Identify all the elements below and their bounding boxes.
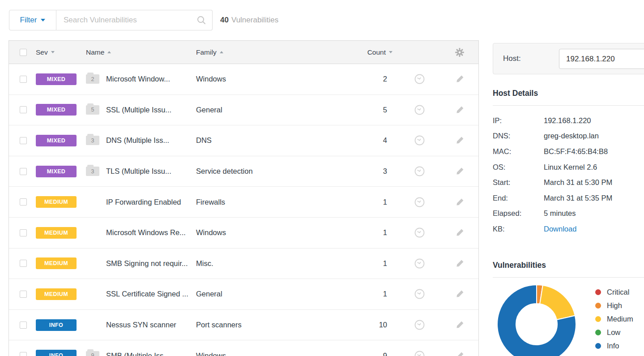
host-select[interactable]: 192.168.1.220 [559, 49, 644, 69]
detail-value: March 31 at 5:30 PM [544, 178, 612, 187]
snooze-clock-icon[interactable] [414, 227, 425, 238]
snooze-clock-icon[interactable] [414, 135, 425, 146]
row-checkbox[interactable] [20, 229, 27, 236]
row-checkbox[interactable] [20, 137, 27, 144]
row-checkbox[interactable] [20, 322, 27, 329]
row-checkbox[interactable] [20, 106, 27, 113]
legend-dot [595, 289, 601, 295]
vulnerability-count: 40 Vulnerabilities [220, 10, 278, 30]
host-details-list: IP:192.168.1.220DNS:greg-desktop.lanMAC:… [493, 113, 644, 237]
row-checkbox[interactable] [20, 352, 27, 356]
legend-dot [595, 316, 601, 322]
edit-pencil-icon[interactable] [455, 105, 465, 115]
search-icon [196, 15, 206, 25]
snooze-clock-icon[interactable] [414, 104, 425, 116]
detail-label: End: [493, 194, 544, 202]
detail-value: BC:5F:F4:65:B4:B8 [544, 147, 608, 156]
vulnerability-name[interactable]: Microsoft Window... [106, 75, 170, 83]
table-row[interactable]: INFO 9 SMB (Multiple Iss... Windows 9 [9, 340, 478, 356]
row-checkbox[interactable] [20, 198, 27, 206]
severity-badge: INFO [36, 319, 77, 331]
detail-label: MAC: [493, 147, 544, 156]
legend-label: Medium [607, 315, 633, 323]
search-box [56, 10, 213, 30]
snooze-clock-icon[interactable] [414, 166, 425, 177]
row-checkbox[interactable] [20, 291, 27, 298]
severity-badge: MIXED [36, 104, 77, 116]
row-checkbox[interactable] [20, 260, 27, 267]
legend-item-info[interactable]: Info [595, 339, 633, 352]
vulnerability-name[interactable]: DNS (Multiple Iss... [106, 136, 169, 145]
select-all-checkbox[interactable] [20, 49, 27, 56]
snooze-clock-icon[interactable] [414, 258, 425, 269]
table-row[interactable]: MIXED 3 TLS (Multiple Issu... Service de… [9, 156, 478, 187]
legend-label: Info [607, 342, 619, 350]
table-row[interactable]: MIXED 5 SSL (Multiple Issu... General 5 [9, 95, 478, 126]
vulnerability-name[interactable]: SSL (Multiple Issu... [106, 106, 171, 114]
family-name: Firewalls [196, 198, 344, 206]
row-checkbox[interactable] [20, 168, 27, 175]
count-value: 1 [344, 198, 398, 206]
folder-icon[interactable]: 9 [86, 351, 99, 356]
table-row[interactable]: MEDIUM Microsoft Windows Re... Windows 1 [9, 218, 478, 249]
legend-item-medium[interactable]: Medium [595, 312, 633, 326]
detail-value: March 31 at 5:35 PM [544, 194, 612, 202]
edit-pencil-icon[interactable] [455, 228, 465, 237]
vulnerability-name[interactable]: SMB Signing not requir... [106, 259, 188, 268]
vulnerabilities-table: Sev Name Family Count [9, 40, 479, 356]
edit-pencil-icon[interactable] [455, 351, 465, 356]
vulnerability-name[interactable]: Microsoft Windows Re... [106, 228, 186, 237]
legend-dot [595, 330, 601, 335]
filter-button[interactable]: Filter [9, 10, 56, 30]
edit-pencil-icon[interactable] [455, 320, 465, 330]
gear-icon[interactable] [455, 47, 465, 57]
table-row[interactable]: MEDIUM IP Forwarding Enabled Firewalls 1 [9, 187, 478, 218]
table-row[interactable]: INFO Nessus SYN scanner Port scanners 10 [9, 310, 478, 341]
table-row[interactable]: MEDIUM SMB Signing not requir... Misc. 1 [9, 249, 478, 279]
folder-icon[interactable]: 3 [86, 136, 99, 145]
snooze-clock-icon[interactable] [414, 197, 425, 208]
edit-pencil-icon[interactable] [455, 167, 465, 176]
vulnerability-count-label: Vulnerabilities [231, 16, 278, 25]
table-row[interactable]: MIXED 2 Microsoft Window... Windows 2 [9, 64, 478, 95]
kb-download-link[interactable]: Download [544, 225, 576, 233]
legend-item-low[interactable]: Low [595, 326, 633, 339]
legend-item-critical[interactable]: Critical [595, 285, 633, 299]
column-header-family-label: Family [196, 48, 217, 56]
row-checkbox[interactable] [20, 76, 27, 83]
edit-pencil-icon[interactable] [455, 289, 465, 299]
search-input[interactable] [56, 10, 213, 30]
table-row[interactable]: MEDIUM SSL Certificate Signed ... Genera… [9, 279, 478, 310]
snooze-clock-icon[interactable] [414, 319, 425, 330]
vulnerability-name[interactable]: Nessus SYN scanner [106, 321, 176, 329]
column-header-family[interactable]: Family [196, 48, 344, 56]
vulnerability-name[interactable]: SMB (Multiple Iss... [106, 352, 170, 356]
vulnerabilities-donut-chart[interactable] [494, 281, 580, 356]
family-name: Windows [196, 228, 344, 237]
legend-dot [595, 343, 601, 349]
host-label: Host: [503, 54, 521, 63]
edit-pencil-icon[interactable] [455, 197, 465, 207]
family-name: Misc. [196, 259, 344, 268]
detail-value: 192.168.1.220 [544, 116, 591, 125]
folder-icon[interactable]: 2 [86, 74, 99, 84]
snooze-clock-icon[interactable] [414, 350, 425, 356]
table-row[interactable]: MIXED 3 DNS (Multiple Iss... DNS 4 [9, 125, 478, 156]
table-body: MIXED 2 Microsoft Window... Windows 2 MI… [9, 64, 478, 356]
vulnerability-name[interactable]: TLS (Multiple Issu... [106, 167, 171, 176]
snooze-clock-icon[interactable] [414, 288, 425, 300]
vulnerability-count-value: 40 [220, 16, 229, 25]
vulnerability-name[interactable]: SSL Certificate Signed ... [106, 290, 188, 298]
edit-pencil-icon[interactable] [455, 259, 465, 268]
folder-icon[interactable]: 3 [86, 167, 99, 176]
edit-pencil-icon[interactable] [455, 136, 465, 145]
column-header-count[interactable]: Count [344, 48, 398, 56]
donut-slice-medium[interactable] [540, 285, 575, 320]
folder-icon[interactable]: 5 [86, 105, 99, 115]
legend-item-high[interactable]: High [595, 299, 633, 312]
column-header-name[interactable]: Name [86, 48, 196, 56]
snooze-clock-icon[interactable] [414, 73, 425, 85]
edit-pencil-icon[interactable] [455, 74, 465, 84]
column-header-sev[interactable]: Sev [36, 48, 86, 56]
vulnerability-name[interactable]: IP Forwarding Enabled [106, 198, 181, 206]
